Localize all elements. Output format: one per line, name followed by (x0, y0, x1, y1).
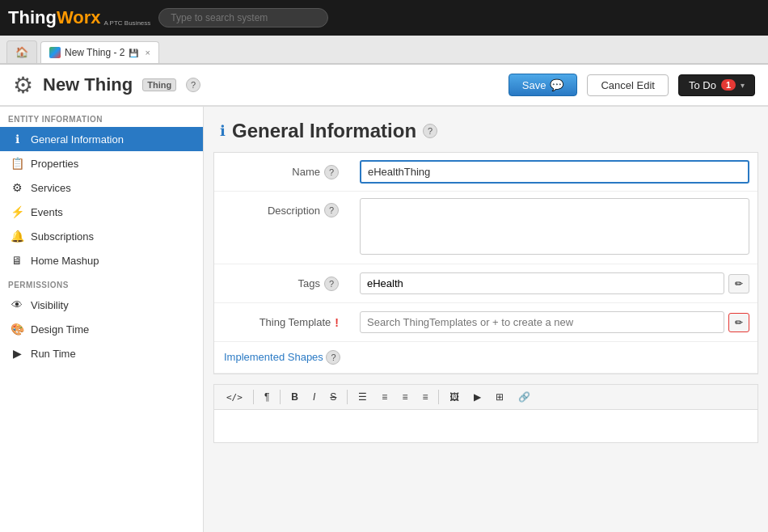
implemented-shapes-link[interactable]: Implemented Shapes ? (224, 351, 340, 363)
sidebar-item-design-time[interactable]: 🎨 Design Time (0, 317, 203, 341)
description-help-button[interactable]: ? (324, 203, 339, 217)
entity-tab[interactable]: New Thing - 2 💾 × (40, 41, 159, 63)
thing-template-required-icon: ! (335, 316, 339, 329)
sidebar-item-services[interactable]: ⚙ Services (0, 175, 203, 200)
save-label: Save (522, 79, 546, 91)
sidebar-label-properties: Properties (31, 158, 78, 170)
tags-input[interactable] (360, 272, 724, 294)
thing-template-input[interactable] (360, 311, 724, 333)
tab-close-button[interactable]: × (145, 48, 150, 57)
logo-thing: Thing (8, 7, 57, 27)
implemented-shapes-help-button[interactable]: ? (326, 350, 340, 365)
home-mashup-icon: 🖥 (10, 254, 24, 267)
entity-header: ⚙ New Thing Thing ? Save 💬 Cancel Edit T… (0, 65, 768, 107)
thing-template-row: Thing Template ! ✏ (214, 303, 757, 342)
strikethrough-button[interactable]: S (324, 388, 342, 406)
thing-template-label: Thing Template ! (214, 308, 352, 337)
implemented-shapes-row: Implemented Shapes ? (214, 342, 757, 374)
name-row: Name ? (214, 153, 757, 192)
page-header: ℹ General Information ? (204, 107, 768, 152)
bold-button[interactable]: B (285, 388, 304, 406)
name-label: Name ? (214, 157, 352, 188)
sidebar-label-home-mashup: Home Mashup (31, 255, 99, 267)
tags-label: Tags ? (214, 268, 352, 299)
subscriptions-icon: 🔔 (10, 230, 24, 243)
home-icon: 🏠 (15, 46, 28, 58)
sidebar-label-visibility: Visibility (31, 299, 69, 311)
sidebar-item-home-mashup[interactable]: 🖥 Home Mashup (0, 248, 203, 272)
todo-button[interactable]: To Do 1 ▾ (678, 74, 755, 96)
main-layout: ENTITY INFORMATION ℹ General Information… (0, 107, 768, 532)
tab-label: New Thing - 2 (65, 47, 124, 58)
sidebar-label-services: Services (31, 182, 71, 194)
name-input[interactable] (360, 160, 749, 184)
sidebar-item-run-time[interactable]: ▶ Run Time (0, 341, 203, 365)
sidebar-label-design-time: Design Time (31, 323, 89, 336)
permissions-section-label: PERMISSIONS (0, 272, 203, 293)
table-button[interactable]: ⊞ (490, 388, 509, 406)
description-row: Description ? (214, 192, 757, 264)
cancel-edit-button[interactable]: Cancel Edit (587, 74, 668, 96)
italic-button[interactable]: I (307, 388, 321, 406)
thing-badge: Thing (142, 78, 176, 91)
page-header-icon: ℹ (220, 122, 226, 140)
design-time-icon: 🎨 (10, 323, 24, 336)
toolbar-separator-1 (253, 390, 254, 404)
home-tab[interactable]: 🏠 (6, 40, 37, 63)
logo-text: ThingWorx (8, 7, 100, 28)
sidebar-item-events[interactable]: ⚡ Events (0, 200, 203, 224)
toolbar-separator-3 (347, 390, 348, 404)
sidebar-label-run-time: Run Time (31, 348, 76, 360)
sidebar-label-subscriptions: Subscriptions (31, 230, 94, 243)
description-field (352, 192, 757, 264)
tab-save-icon: 💾 (129, 49, 138, 57)
code-button[interactable]: </> (221, 389, 248, 406)
page-title: General Information (232, 120, 416, 142)
name-help-button[interactable]: ? (324, 165, 339, 179)
services-icon: ⚙ (10, 181, 24, 194)
ordered-list-button[interactable]: ≡ (376, 388, 393, 406)
sidebar-label-events: Events (31, 206, 63, 218)
todo-label: To Do (689, 79, 716, 91)
video-button[interactable]: ▶ (468, 388, 487, 406)
description-label: Description ? (214, 192, 352, 226)
sidebar-item-visibility[interactable]: 👁 Visibility (0, 293, 203, 317)
tags-input-row: ✏ (360, 272, 749, 294)
link-button[interactable]: 🔗 (513, 388, 536, 406)
paragraph-button[interactable]: ¶ (259, 388, 275, 406)
description-textarea[interactable] (360, 198, 749, 255)
sidebar-item-properties[interactable]: 📋 Properties (0, 151, 203, 175)
general-info-form: Name ? Description ? T (213, 152, 758, 374)
name-field (352, 154, 757, 190)
search-input[interactable] (158, 8, 328, 27)
rt-content[interactable] (214, 410, 757, 442)
page-help-button[interactable]: ? (423, 124, 437, 138)
align-left-button[interactable]: ≡ (396, 388, 413, 406)
chat-icon: 💬 (550, 78, 563, 91)
save-button[interactable]: Save 💬 (508, 74, 578, 96)
thing-template-input-row: ✏ (360, 311, 749, 333)
content-area: ℹ General Information ? Name ? Descripti… (204, 107, 768, 532)
align-right-button[interactable]: ≡ (416, 388, 433, 406)
visibility-icon: 👁 (10, 298, 24, 311)
entity-info-section-label: ENTITY INFORMATION (0, 107, 203, 127)
unordered-list-button[interactable]: ☰ (352, 388, 373, 406)
tags-edit-button[interactable]: ✏ (728, 274, 749, 293)
thing-template-field: ✏ (352, 305, 757, 340)
tab-color-icon (49, 47, 61, 58)
run-time-icon: ▶ (10, 347, 24, 360)
entity-help-button[interactable]: ? (186, 78, 200, 92)
logo: ThingWorx A PTC Business (8, 7, 150, 28)
gear-icon: ⚙ (13, 72, 33, 99)
image-button[interactable]: 🖼 (444, 388, 465, 406)
tags-help-button[interactable]: ? (324, 277, 339, 291)
todo-caret-icon: ▾ (741, 81, 745, 90)
thing-template-edit-button[interactable]: ✏ (728, 313, 749, 332)
sidebar-item-subscriptions[interactable]: 🔔 Subscriptions (0, 224, 203, 248)
tags-field: ✏ (352, 266, 757, 301)
events-icon: ⚡ (10, 205, 24, 218)
sidebar-item-general-information[interactable]: ℹ General Information (0, 127, 203, 151)
sidebar-label-general-information: General Information (31, 133, 124, 146)
entity-title: New Thing (43, 74, 133, 95)
sidebar: ENTITY INFORMATION ℹ General Information… (0, 107, 204, 532)
